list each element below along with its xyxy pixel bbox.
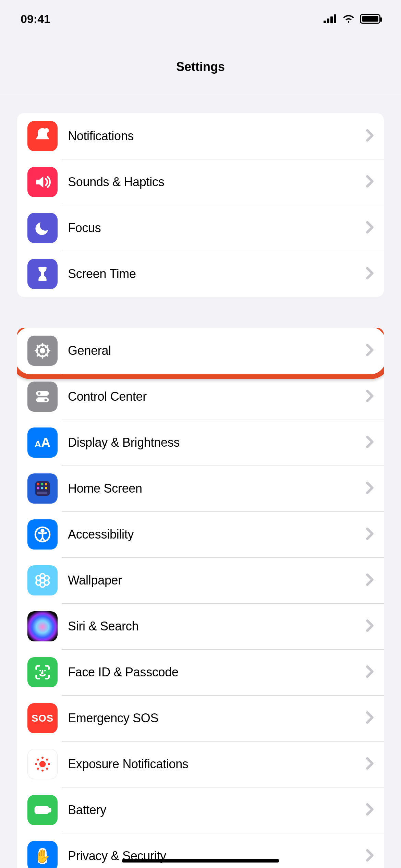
svg-point-0 [44,128,49,133]
settings-group-general: General Control Center AA Display & Brig… [17,328,384,868]
row-label: General [68,343,366,358]
chevron-right-icon [366,344,374,358]
cellular-icon [324,14,337,23]
svg-point-25 [41,757,44,759]
svg-point-21 [44,576,49,580]
battery-settings-icon [27,795,58,825]
row-label: Screen Time [68,267,366,281]
siri-icon [27,611,58,641]
chevron-right-icon [366,175,374,189]
chevron-right-icon [366,390,374,403]
svg-point-31 [37,768,39,770]
row-label: Sounds & Haptics [68,175,366,189]
row-privacy-security[interactable]: ✋ Privacy & Security [17,833,384,868]
chevron-right-icon [366,436,374,449]
home-screen-icon [27,473,58,504]
row-label: Siri & Search [68,619,366,634]
svg-rect-34 [49,808,51,811]
row-label: Notifications [68,129,366,143]
chevron-right-icon [366,619,374,633]
svg-point-2 [40,349,45,353]
row-sounds-haptics[interactable]: Sounds & Haptics [17,159,384,205]
row-home-screen[interactable]: Home Screen [17,466,384,511]
svg-point-27 [35,763,37,765]
control-center-icon [27,382,58,412]
row-control-center[interactable]: Control Center [17,374,384,420]
row-label: Battery [68,803,366,817]
chevron-right-icon [366,482,374,495]
face-id-icon [27,657,58,687]
exposure-notifications-icon [27,749,58,779]
row-focus[interactable]: Focus [17,205,384,251]
chevron-right-icon [366,665,374,679]
screen-time-icon [27,259,58,289]
svg-point-28 [48,763,50,765]
navigation-bar: Settings [0,38,401,96]
row-label: Accessibility [68,527,366,542]
svg-rect-8 [37,483,39,485]
svg-rect-10 [45,483,47,485]
display-icon: AA [27,427,58,458]
svg-point-32 [46,768,48,770]
svg-point-6 [44,398,47,401]
row-face-id-passcode[interactable]: Face ID & Passcode [17,649,384,695]
home-indicator[interactable] [122,859,279,863]
battery-icon [360,14,380,24]
sos-icon: SOS [27,703,58,733]
wifi-icon [342,12,355,26]
row-notifications[interactable]: Notifications [17,113,384,159]
svg-point-5 [38,392,41,395]
page-title: Settings [176,60,225,74]
svg-point-29 [37,759,39,761]
status-bar: 09:41 [0,0,401,38]
row-general[interactable]: General [17,328,384,374]
row-label: Face ID & Passcode [68,665,366,679]
privacy-icon: ✋ [27,841,58,868]
focus-icon [27,213,58,243]
sounds-icon [27,167,58,197]
svg-rect-12 [41,487,43,489]
chevron-right-icon [366,528,374,541]
row-label: Display & Brightness [68,435,366,450]
chevron-right-icon [366,574,374,587]
notifications-icon [27,121,58,151]
row-battery[interactable]: Battery [17,787,384,833]
row-exposure-notifications[interactable]: Exposure Notifications [17,741,384,787]
row-siri-search[interactable]: Siri & Search [17,603,384,649]
svg-point-26 [41,770,44,772]
row-label: Home Screen [68,481,366,496]
svg-rect-13 [45,487,47,489]
row-label: Emergency SOS [68,711,366,725]
row-label: Exposure Notifications [68,757,366,771]
svg-point-23 [44,580,49,585]
row-wallpaper[interactable]: Wallpaper [17,557,384,603]
svg-rect-35 [37,808,47,811]
svg-point-30 [46,759,48,761]
row-label: Focus [68,221,366,235]
wallpaper-icon [27,565,58,595]
row-screen-time[interactable]: Screen Time [17,251,384,297]
svg-point-20 [36,576,41,580]
status-time: 09:41 [21,12,50,26]
row-display-brightness[interactable]: AA Display & Brightness [17,420,384,466]
chevron-right-icon [366,757,374,771]
chevron-right-icon [366,849,374,863]
svg-point-16 [41,530,44,532]
row-emergency-sos[interactable]: SOS Emergency SOS [17,695,384,741]
row-label: Wallpaper [68,573,366,588]
svg-rect-14 [37,492,47,494]
accessibility-icon [27,519,58,550]
row-label: Control Center [68,389,366,404]
svg-rect-9 [41,483,43,485]
chevron-right-icon [366,711,374,725]
row-accessibility[interactable]: Accessibility [17,511,384,557]
chevron-right-icon [366,221,374,235]
chevron-right-icon [366,129,374,143]
general-icon [27,336,58,366]
chevron-right-icon [366,267,374,281]
settings-group-focus: Notifications Sounds & Haptics Focus Scr… [17,113,384,297]
status-indicators [324,12,380,26]
svg-point-24 [39,761,46,768]
svg-point-22 [36,580,41,585]
chevron-right-icon [366,803,374,817]
